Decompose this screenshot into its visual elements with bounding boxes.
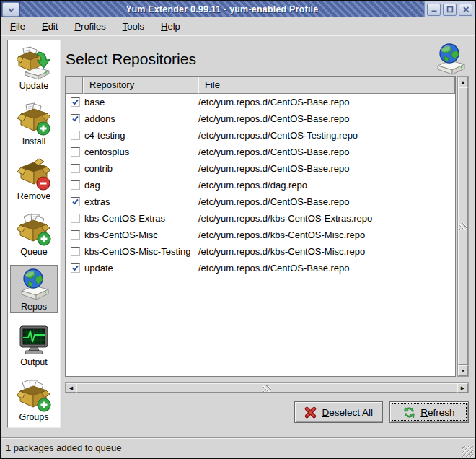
repo-file-cell: /etc/yum.repos.d/CentOS-Base.repo [198, 263, 455, 274]
table-row[interactable]: kbs-CentOS-Extras/etc/yum.repos.d/kbs-Ce… [66, 210, 455, 227]
refresh-label: Refresh [420, 407, 454, 418]
column-header-repository[interactable]: Repository [83, 76, 198, 94]
repo-file-cell: /etc/yum.repos.d/CentOS-Base.repo [198, 97, 455, 108]
sidebar-item-output[interactable]: Output [10, 320, 58, 369]
repo-name-cell: base [84, 97, 198, 108]
checkbox-unchecked[interactable] [71, 131, 80, 140]
table-row[interactable]: dag/etc/yum.repos.d/dag.repo [66, 177, 455, 193]
deselect-all-button[interactable]: Deselect All [294, 401, 383, 423]
checkbox-unchecked[interactable] [71, 214, 80, 223]
checkbox-unchecked[interactable] [71, 147, 80, 157]
repo-file-cell: /etc/yum.repos.d/CentOS-Testing.repo [198, 130, 455, 141]
install-box-icon [11, 102, 57, 136]
sidebar-item-label: Update [11, 81, 57, 91]
checkbox-checked[interactable] [71, 197, 80, 206]
scroll-left-button[interactable]: ◀ [66, 383, 76, 393]
repo-name-cell: update [84, 263, 198, 274]
repo-name-cell: c4-testing [84, 130, 198, 141]
scroll-down-button[interactable]: ▼ [458, 365, 468, 376]
repo-name-cell: kbs-CentOS-Extras [84, 213, 198, 224]
checkbox-checked[interactable] [71, 97, 80, 107]
window-title: Yum Extender 0.99.11 - yum-enabled Profi… [126, 4, 319, 14]
repo-name-cell: centosplus [84, 147, 198, 157]
yum-extender-window: Yum Extender 0.99.11 - yum-enabled Profi… [0, 0, 476, 459]
window-menu-button[interactable] [2, 2, 19, 17]
repo-file-cell: /etc/yum.repos.d/CentOS-Base.repo [198, 113, 455, 124]
action-button-row: Deselect All Refresh [65, 401, 469, 423]
repo-name-cell: addons [84, 113, 198, 124]
repo-name-cell: kbs-CentOS-Misc-Testing [84, 246, 198, 257]
sidebar-item-queue[interactable]: Queue [10, 210, 58, 258]
menu-file[interactable]: File [5, 19, 30, 34]
checkbox-cell [66, 263, 84, 273]
table-body: base/etc/yum.repos.d/CentOS-Base.repoadd… [66, 94, 455, 376]
horizontal-scrollbar[interactable]: ◀ ▶ [65, 382, 469, 393]
menu-edit[interactable]: Edit [37, 19, 63, 34]
checkbox-cell [66, 131, 84, 140]
checkbox-unchecked[interactable] [71, 247, 80, 256]
table-row[interactable]: addons/etc/yum.repos.d/CentOS-Base.repo [66, 110, 455, 127]
checkbox-cell [66, 164, 84, 173]
deselect-all-label: Deselect All [322, 407, 373, 418]
checkbox-unchecked[interactable] [71, 230, 80, 240]
repo-file-cell: /etc/yum.repos.d/kbs-CentOS-Misc.repo [198, 230, 455, 240]
menu-tools[interactable]: Tools [118, 19, 149, 34]
titlebar-stripes[interactable]: Yum Extender 0.99.11 - yum-enabled Profi… [20, 1, 424, 17]
table-row[interactable]: update/etc/yum.repos.d/CentOS-Base.repo [66, 260, 455, 276]
repos-globe-drive-icon [11, 267, 57, 302]
statusbar: 1 packages added to queue [1, 437, 475, 458]
table-row[interactable]: contrib/etc/yum.repos.d/CentOS-Base.repo [66, 160, 455, 177]
sidebar-item-repos[interactable]: Repos [10, 265, 58, 313]
table-row[interactable]: c4-testing/etc/yum.repos.d/CentOS-Testin… [66, 127, 455, 144]
sidebar-item-label: Remove [11, 191, 57, 201]
vertical-scrollbar-thumb[interactable] [458, 87, 468, 365]
checkbox-cell [66, 97, 84, 107]
menu-profiles[interactable]: Profiles [69, 19, 110, 34]
scroll-right-button[interactable]: ▶ [457, 383, 468, 393]
repo-file-cell: /etc/yum.repos.d/CentOS-Base.repo [198, 163, 455, 174]
resize-grip[interactable] [462, 446, 473, 457]
vertical-scrollbar[interactable]: ▲ ▼ [457, 76, 469, 377]
status-text: 1 packages added to queue [6, 442, 462, 453]
checkbox-cell [66, 114, 84, 123]
column-header-file[interactable]: File [198, 76, 455, 94]
horizontal-scrollbar-thumb[interactable] [76, 383, 457, 393]
table-row[interactable]: extras/etc/yum.repos.d/CentOS-Base.repo [66, 193, 455, 210]
maximize-icon [446, 5, 454, 14]
refresh-button[interactable]: Refresh [389, 401, 469, 423]
checkbox-checked[interactable] [71, 263, 80, 273]
titlebar[interactable]: Yum Extender 0.99.11 - yum-enabled Profi… [1, 1, 475, 17]
close-button[interactable] [459, 4, 472, 16]
checkbox-unchecked[interactable] [71, 164, 80, 173]
update-box-icon [11, 46, 57, 81]
sidebar-item-label: Queue [11, 247, 57, 257]
repo-file-cell: /etc/yum.repos.d/CentOS-Base.repo [198, 196, 455, 207]
sidebar-item-update[interactable]: Update [10, 44, 58, 92]
repo-name-cell: extras [84, 196, 198, 207]
checkbox-checked[interactable] [71, 114, 80, 123]
window-controls [424, 1, 475, 17]
maximize-button[interactable] [443, 4, 457, 16]
checkbox-cell [66, 197, 84, 206]
table-row[interactable]: base/etc/yum.repos.d/CentOS-Base.repo [66, 94, 455, 110]
checkbox-cell [66, 180, 84, 190]
checkbox-unchecked[interactable] [71, 180, 80, 190]
repo-file-cell: /etc/yum.repos.d/CentOS-Base.repo [198, 147, 455, 157]
repo-file-cell: /etc/yum.repos.d/kbs-CentOS-Misc.repo [198, 246, 455, 257]
scrollbar-grip [263, 385, 271, 392]
table-row[interactable]: centosplus/etc/yum.repos.d/CentOS-Base.r… [66, 144, 455, 160]
minimize-button[interactable] [427, 4, 441, 16]
checkbox-cell [66, 230, 84, 240]
sidebar-item-groups[interactable]: Groups [10, 375, 58, 424]
sidebar-item-install[interactable]: Install [10, 100, 58, 148]
menu-help[interactable]: Help [156, 19, 185, 34]
menubar: FileEditProfilesToolsHelp [1, 17, 475, 35]
table-row[interactable]: kbs-CentOS-Misc/etc/yum.repos.d/kbs-Cent… [66, 227, 455, 243]
table-row[interactable]: kbs-CentOS-Misc-Testing/etc/yum.repos.d/… [66, 243, 455, 260]
scroll-up-button[interactable]: ▲ [458, 76, 468, 87]
page-title: Select Repositories [65, 51, 196, 68]
red-x-icon [304, 406, 317, 419]
sidebar-item-remove[interactable]: Remove [10, 154, 58, 203]
sidebar-item-label: Repos [11, 302, 57, 312]
column-header-checkbox[interactable] [66, 76, 83, 94]
